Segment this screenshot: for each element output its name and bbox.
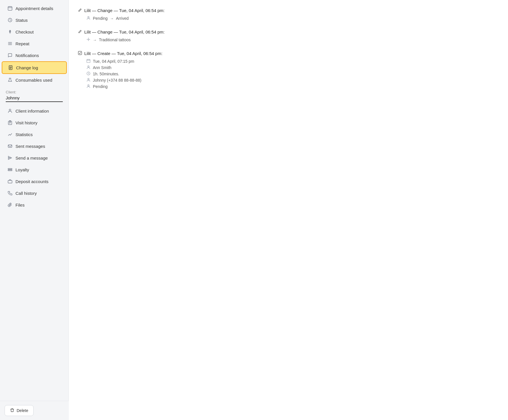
paperclip-icon bbox=[7, 202, 13, 207]
log-detail-row-1-1: Pending → Arrived bbox=[78, 15, 499, 21]
log-header-text-1: Lilit — Change — Tue, 04 April, 06:54 pm… bbox=[84, 8, 165, 13]
person-icon bbox=[7, 108, 13, 113]
svg-rect-0 bbox=[8, 7, 12, 10]
sidebar-item-label: Sent messages bbox=[15, 144, 45, 149]
sidebar-item-label: Client information bbox=[15, 109, 49, 113]
trash-icon bbox=[10, 408, 14, 413]
clock-icon bbox=[7, 17, 13, 23]
sidebar-item-sent-messages[interactable]: Sent messages bbox=[2, 140, 67, 152]
svg-rect-7 bbox=[8, 170, 12, 171]
delete-button[interactable]: Delete bbox=[5, 405, 34, 416]
calendar-icon bbox=[7, 6, 13, 11]
sidebar: Appointment details Status Checkout Repe… bbox=[0, 0, 69, 420]
sidebar-item-statistics[interactable]: Statistics bbox=[2, 129, 67, 140]
sidebar-item-deposit-accounts[interactable]: Deposit accounts bbox=[2, 176, 67, 187]
sidebar-item-client-information[interactable]: Client information bbox=[2, 105, 67, 117]
detail-text-from: Pending bbox=[93, 16, 108, 21]
briefcase-icon bbox=[7, 179, 13, 184]
chart-icon bbox=[7, 132, 13, 137]
log-detail-row-3-5: Pending bbox=[78, 83, 499, 90]
sidebar-item-label: Notifications bbox=[15, 53, 39, 58]
client-name: Johnny bbox=[6, 95, 63, 102]
sidebar-item-repeat[interactable]: Repeat bbox=[2, 38, 67, 49]
sidebar-item-label: Files bbox=[15, 203, 25, 207]
clipboard-icon bbox=[7, 120, 13, 125]
log-detail-row-3-4: Johnny (+374 88 88-88-88) bbox=[78, 77, 499, 83]
sidebar-item-visit-history[interactable]: Visit history bbox=[2, 117, 67, 128]
sidebar-item-notifications[interactable]: Notifications bbox=[2, 50, 67, 61]
arrow-icon: → bbox=[93, 38, 97, 42]
sidebar-item-label: Repeat bbox=[15, 41, 29, 46]
gear-detail-icon bbox=[86, 38, 91, 42]
log-detail-row-3-3: 1h. 50minutes. bbox=[78, 71, 499, 77]
detail-text-tattoo: Traditional tattoos bbox=[99, 38, 131, 42]
svg-point-13 bbox=[88, 66, 89, 67]
log-header-1: Lilit — Change — Tue, 04 April, 06:54 pm… bbox=[78, 8, 499, 13]
svg-point-3 bbox=[9, 109, 11, 111]
log-header-3: Lilit — Create — Tue, 04 April, 06:54 pm… bbox=[78, 51, 499, 56]
log-detail-row-3-2: Ann Smith bbox=[78, 64, 499, 71]
sidebar-item-call-history[interactable]: Call history bbox=[2, 187, 67, 199]
log-detail-row-3-1: Tue, 04 April, 07:15 pm bbox=[78, 58, 499, 64]
detail-date: Tue, 04 April, 07:15 pm bbox=[93, 59, 134, 64]
phone-icon bbox=[7, 191, 13, 196]
calendar-detail-icon bbox=[86, 59, 91, 64]
sidebar-item-label: Consumables used bbox=[15, 78, 52, 83]
sidebar-footer: Delete bbox=[0, 401, 69, 420]
chat-icon bbox=[7, 53, 13, 58]
detail-text-to: Arrived bbox=[116, 16, 128, 21]
sidebar-item-send-message[interactable]: Send a message bbox=[2, 152, 67, 164]
log-entry-1: Lilit — Change — Tue, 04 April, 06:54 pm… bbox=[78, 8, 499, 21]
sidebar-item-checkout[interactable]: Checkout bbox=[2, 26, 67, 38]
svg-point-10 bbox=[88, 39, 89, 40]
log-header-2: Lilit — Change — Tue, 04 April, 06:54 pm… bbox=[78, 30, 499, 34]
detail-johnny-phone: Johnny (+374 88 88-88-88) bbox=[93, 78, 141, 83]
sidebar-item-loyalty[interactable]: Loyalty bbox=[2, 164, 67, 175]
person-status-icon bbox=[86, 84, 91, 89]
sidebar-item-appointment-details[interactable]: Appointment details bbox=[2, 3, 67, 14]
person-detail-icon bbox=[86, 16, 91, 21]
sidebar-item-label: Change log bbox=[16, 65, 38, 70]
log-entry-3: Lilit — Create — Tue, 04 April, 06:54 pm… bbox=[78, 51, 499, 90]
sidebar-item-label: Status bbox=[15, 18, 28, 23]
log-detail-row-2-1: → Traditional tattoos bbox=[78, 37, 499, 43]
main-content: Lilit — Change — Tue, 04 April, 06:54 pm… bbox=[69, 0, 508, 420]
svg-rect-4 bbox=[8, 121, 12, 125]
sidebar-item-label: Loyalty bbox=[15, 167, 29, 172]
checkbox-icon bbox=[78, 51, 82, 56]
pencil-icon-2 bbox=[78, 30, 82, 34]
flask-icon bbox=[7, 77, 13, 83]
sidebar-item-label: Statistics bbox=[15, 132, 33, 137]
person-detail-icon-2 bbox=[86, 65, 91, 70]
sidebar-item-files[interactable]: Files bbox=[2, 199, 67, 211]
sidebar-item-label: Appointment details bbox=[15, 6, 53, 11]
list-icon bbox=[7, 41, 13, 46]
detail-ann-smith: Ann Smith bbox=[93, 65, 112, 70]
arrow-icon: → bbox=[110, 16, 114, 21]
svg-point-15 bbox=[88, 78, 89, 80]
loyalty-icon bbox=[7, 167, 13, 172]
log-header-text-2: Lilit — Change — Tue, 04 April, 06:54 pm… bbox=[84, 30, 165, 34]
detail-status-pending: Pending bbox=[93, 84, 108, 89]
sidebar-item-change-log[interactable]: Change log bbox=[2, 61, 67, 74]
log-header-text-3: Lilit — Create — Tue, 04 April, 06:54 pm… bbox=[84, 51, 163, 56]
sidebar-item-label: Send a message bbox=[15, 156, 48, 160]
client-section: Client: Johnny bbox=[0, 86, 69, 103]
sidebar-item-status[interactable]: Status bbox=[2, 14, 67, 26]
client-label: Client: bbox=[6, 90, 63, 94]
envelope-icon bbox=[7, 144, 13, 149]
log-entry-2: Lilit — Change — Tue, 04 April, 06:54 pm… bbox=[78, 30, 499, 43]
dollar-icon bbox=[7, 29, 13, 34]
svg-rect-6 bbox=[8, 168, 12, 169]
svg-point-16 bbox=[88, 85, 89, 86]
send-icon bbox=[7, 155, 13, 160]
delete-button-label: Delete bbox=[17, 408, 28, 413]
sidebar-item-label: Deposit accounts bbox=[15, 179, 48, 184]
person-phone-icon bbox=[86, 78, 91, 83]
sidebar-item-label: Checkout bbox=[15, 30, 34, 34]
pencil-icon-1 bbox=[78, 8, 82, 13]
svg-rect-8 bbox=[8, 180, 12, 183]
document-icon bbox=[8, 65, 13, 70]
sidebar-item-consumables-used[interactable]: Consumables used bbox=[2, 74, 67, 86]
sidebar-item-label: Visit history bbox=[15, 120, 37, 125]
